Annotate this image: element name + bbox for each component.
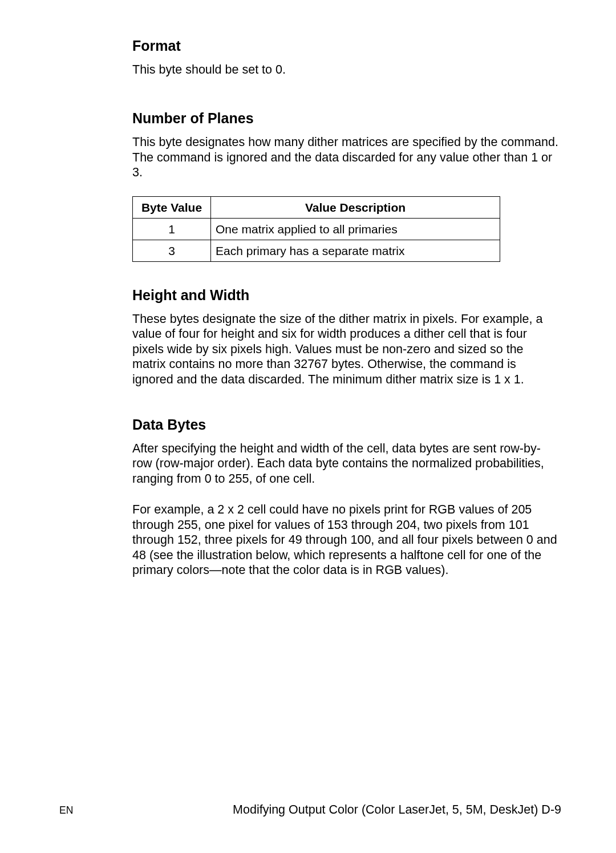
heading-planes: Number of Planes	[132, 110, 560, 127]
section-planes: Number of Planes This byte designates ho…	[132, 110, 560, 261]
section-height-width: Height and Width These bytes designate t…	[132, 287, 560, 387]
table-cell-value: 3	[133, 240, 211, 261]
heading-height-width: Height and Width	[132, 287, 560, 304]
table-cell-desc: Each primary has a separate matrix	[211, 240, 500, 261]
text-data-bytes-2: For example, a 2 x 2 cell could have no …	[132, 502, 560, 577]
footer-right: Modifying Output Color (Color LaserJet, …	[233, 803, 561, 817]
planes-table: Byte Value Value Description 1 One matri…	[132, 196, 500, 262]
text-planes: This byte designates how many dither mat…	[132, 135, 560, 180]
heading-format: Format	[132, 38, 560, 54]
table-cell-value: 1	[133, 218, 211, 240]
table-header-desc: Value Description	[211, 196, 500, 218]
section-format: Format This byte should be set to 0.	[132, 38, 560, 77]
table-row: 3 Each primary has a separate matrix	[133, 240, 500, 261]
footer-left: EN	[59, 805, 73, 816]
page-footer: EN Modifying Output Color (Color LaserJe…	[0, 803, 616, 817]
heading-data-bytes: Data Bytes	[132, 417, 560, 433]
section-data-bytes: Data Bytes After specifying the height a…	[132, 417, 560, 578]
table-header-value: Byte Value	[133, 196, 211, 218]
table-header-row: Byte Value Value Description	[133, 196, 500, 218]
table-row: 1 One matrix applied to all primaries	[133, 218, 500, 240]
text-format: This byte should be set to 0.	[132, 62, 560, 77]
text-data-bytes-1: After specifying the height and width of…	[132, 441, 560, 486]
table-cell-desc: One matrix applied to all primaries	[211, 218, 500, 240]
text-height-width: These bytes designate the size of the di…	[132, 312, 560, 387]
